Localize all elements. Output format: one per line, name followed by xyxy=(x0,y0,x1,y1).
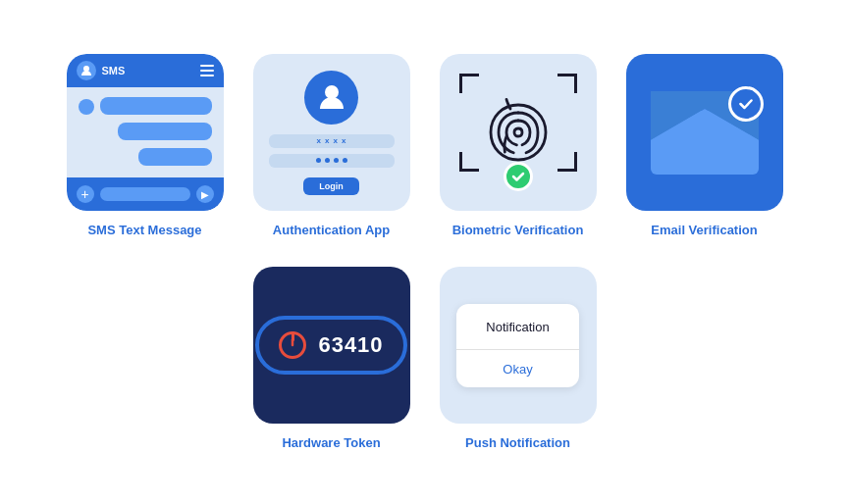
auth-x-2: x xyxy=(325,136,329,145)
hw-token: 63410 xyxy=(255,316,406,375)
hw-power-icon xyxy=(279,331,306,359)
sms-label: SMS Text Message xyxy=(87,223,201,237)
auth-dots xyxy=(316,158,347,163)
email-card-wrapper: Email Verification xyxy=(621,54,788,237)
push-notification-title: Notification xyxy=(486,320,549,334)
bio-corner-br xyxy=(557,152,577,172)
main-grid: SMS + ▶ xyxy=(62,54,788,450)
hw-card-wrapper: 63410 Hardware Token xyxy=(248,267,415,450)
bio-check-icon xyxy=(504,162,533,191)
email-card xyxy=(626,54,783,211)
auth-dot-3 xyxy=(334,158,339,163)
row-2: 63410 Hardware Token Notification Okay P… xyxy=(248,267,602,450)
sms-contact-avatar xyxy=(79,99,94,115)
email-envelope xyxy=(651,91,759,175)
auth-fields: x x x x xyxy=(269,134,395,168)
auth-card-wrapper: x x x x L xyxy=(248,54,415,237)
svg-point-1 xyxy=(325,85,339,99)
sms-card-wrapper: SMS + ▶ xyxy=(62,54,229,237)
push-okay-button[interactable]: Okay xyxy=(503,362,532,377)
hw-code: 63410 xyxy=(318,332,383,358)
fingerprint-icon xyxy=(479,93,557,172)
sms-card: SMS + ▶ xyxy=(67,54,224,211)
auth-x-marks: x x x x xyxy=(317,136,346,145)
sms-title: SMS xyxy=(102,65,126,76)
sms-bubble-3 xyxy=(138,148,212,166)
hw-card: 63410 xyxy=(253,267,410,424)
sms-header: SMS xyxy=(67,54,224,87)
auth-x-3: x xyxy=(334,136,338,145)
bio-card-wrapper: Biometric Verification xyxy=(435,54,602,237)
row-1: SMS + ▶ xyxy=(62,54,788,237)
push-body: Notification xyxy=(456,304,579,349)
auth-x-1: x xyxy=(317,136,321,145)
sms-footer: + ▶ xyxy=(67,177,224,211)
auth-x-4: x xyxy=(342,136,345,145)
sms-avatar xyxy=(77,61,96,80)
bio-card xyxy=(440,54,597,211)
sms-input-bar xyxy=(100,187,190,201)
email-check-icon xyxy=(728,86,764,122)
auth-dot-2 xyxy=(325,158,330,163)
bio-corner-tr xyxy=(557,74,577,93)
sms-bubble-2 xyxy=(118,123,211,140)
push-notification-box: Notification Okay xyxy=(456,304,579,387)
auth-card: x x x x L xyxy=(253,54,410,211)
hamburger-icon xyxy=(200,65,214,76)
bio-label: Biometric Verification xyxy=(452,223,584,237)
bio-corner-bl xyxy=(459,152,479,172)
auth-password-field xyxy=(269,154,395,168)
auth-dot-1 xyxy=(316,158,321,163)
sms-send-button[interactable]: ▶ xyxy=(196,185,214,203)
auth-login-button[interactable]: Login xyxy=(303,177,359,195)
sms-msg-row-1 xyxy=(79,97,212,115)
push-card-wrapper: Notification Okay Push Notification xyxy=(435,267,602,450)
auth-label: Authentication App xyxy=(273,223,390,237)
hw-label: Hardware Token xyxy=(282,435,380,450)
auth-username-field: x x x x xyxy=(269,134,395,148)
sms-header-left: SMS xyxy=(77,61,126,80)
auth-avatar xyxy=(304,71,358,125)
push-card: Notification Okay xyxy=(440,267,597,424)
auth-dot-4 xyxy=(343,158,347,163)
sms-add-button[interactable]: + xyxy=(77,185,94,203)
push-action: Okay xyxy=(456,350,579,387)
sms-bubble-1 xyxy=(100,97,212,115)
push-label: Push Notification xyxy=(465,435,570,450)
email-label: Email Verification xyxy=(651,223,757,237)
bio-corner-tl xyxy=(459,74,479,93)
sms-body xyxy=(67,87,224,177)
